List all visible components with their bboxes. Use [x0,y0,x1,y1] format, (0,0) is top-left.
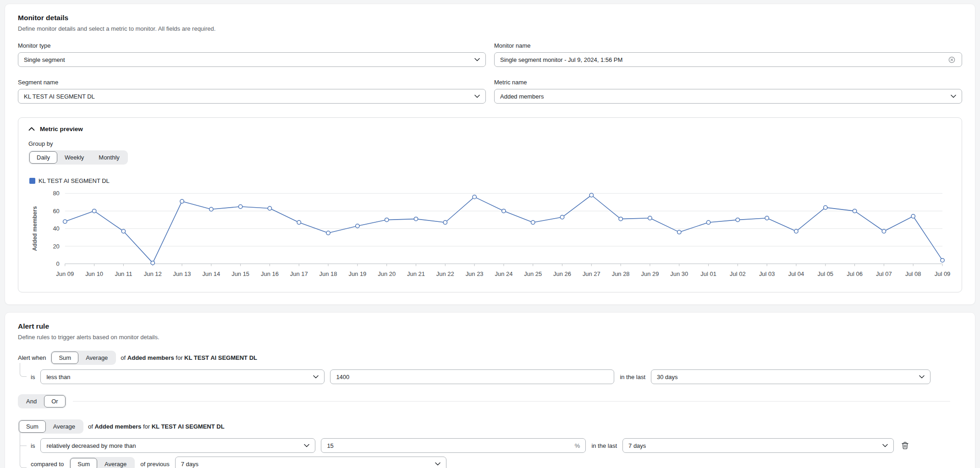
svg-text:Jul 08: Jul 08 [905,270,921,277]
chevron-down-icon [882,444,888,447]
monitor-type-select[interactable]: Single segment [18,52,486,67]
svg-text:Jun 17: Jun 17 [290,270,308,277]
svg-text:Jun 29: Jun 29 [641,270,659,277]
svg-text:Jun 26: Jun 26 [553,270,571,277]
metric-preview-title: Metric preview [40,126,83,132]
svg-text:60: 60 [53,208,59,215]
svg-text:Jul 04: Jul 04 [788,270,804,277]
svg-text:Added members: Added members [32,206,38,251]
svg-text:Jun 24: Jun 24 [495,270,512,277]
alert-rule-card: Alert rule Define rules to trigger alert… [5,312,975,468]
monitor-name-field: Monitor name Single segment monitor - Ju… [494,42,962,67]
condition-2-sum-button[interactable]: Sum [19,420,46,433]
compare-sum-button[interactable]: Sum [70,458,97,468]
monitor-details-card: Monitor details Define monitor details a… [5,4,975,305]
condition-1-operator-select[interactable]: less than [40,369,325,384]
compare-agg-toggle: Sum Average [69,457,135,468]
group-by-daily-button[interactable]: Daily [29,151,57,164]
svg-text:Jun 25: Jun 25 [524,270,542,277]
monitor-details-title: Monitor details [18,14,962,22]
condition-1-segment: KL TEST AI SEGMENT DL [184,354,257,361]
svg-text:Jul 03: Jul 03 [759,270,775,277]
clear-input-button[interactable] [947,55,956,64]
compare-average-button[interactable]: Average [97,458,134,468]
condition-2-average-button[interactable]: Average [46,420,83,433]
tree-connector [20,363,27,377]
tree-connector [20,432,27,468]
monitor-name-input[interactable]: Single segment monitor - Jul 9, 2024, 1:… [494,52,962,67]
logic-toggle: And Or [18,394,66,408]
trash-icon [901,441,909,450]
condition-1-window-select[interactable]: 30 days [651,369,930,384]
legend-swatch [29,178,35,184]
compared-to-label: compared to [31,461,64,468]
of-previous-label: of previous [140,461,170,468]
svg-text:Jul 05: Jul 05 [818,270,834,277]
metric-name-select[interactable]: Added members [494,89,962,104]
percent-suffix: % [575,442,580,449]
svg-text:Jul 07: Jul 07 [876,270,892,277]
condition-2-agg-toggle: Sum Average [18,419,83,434]
group-by-weekly-button[interactable]: Weekly [57,151,91,164]
logic-and-button[interactable]: And [19,395,44,407]
segment-name-select[interactable]: KL TEST AI SEGMENT DL [18,89,486,104]
condition-1-average-button[interactable]: Average [78,352,115,364]
condition-1-sentence: of Added members for KL TEST AI SEGMENT … [121,354,257,361]
segment-name-label: Segment name [18,79,486,86]
svg-text:Jun 20: Jun 20 [378,270,396,277]
svg-text:Jul 09: Jul 09 [935,270,951,277]
metric-name-field: Metric name Added members [494,79,962,104]
svg-text:Jun 19: Jun 19 [348,270,366,277]
metric-name-label: Metric name [494,79,962,86]
legend-label: KL TEST AI SEGMENT DL [39,177,110,184]
alert-when-label: Alert when [18,354,46,361]
condition-1-metric: Added members [127,354,174,361]
condition-2-metric: Added members [94,423,141,430]
condition-1-sum-button[interactable]: Sum [51,352,78,364]
condition-2-segment: KL TEST AI SEGMENT DL [152,423,225,430]
svg-text:Jun 30: Jun 30 [670,270,688,277]
svg-text:Jun 28: Jun 28 [612,270,630,277]
condition-2-window-select[interactable]: 7 days [622,438,894,453]
condition-2-threshold-input[interactable]: 15 % [321,438,586,453]
group-by-label: Group by [28,140,952,147]
clear-circle-x-icon [948,56,955,63]
metric-chart: 020406080Jun 09Jun 10Jun 11Jun 12Jun 13J… [28,187,952,282]
svg-text:Jun 10: Jun 10 [85,270,103,277]
compare-window-select[interactable]: 7 days [175,457,446,468]
tree-connector-stub [20,446,27,446]
delete-condition-button[interactable] [900,440,910,451]
condition-1: Alert when Sum Average of Added members … [18,351,962,384]
svg-text:Jul 01: Jul 01 [700,270,716,277]
chevron-down-icon [474,58,480,61]
logic-row: And Or [18,394,962,408]
alert-rule-subtitle: Define rules to trigger alerts based on … [18,334,962,341]
monitor-details-subtitle: Define monitor details and select a metr… [18,25,962,32]
monitor-type-label: Monitor type [18,42,486,49]
chevron-down-icon [313,375,319,379]
chevron-up-icon [28,127,35,131]
chevron-down-icon [951,94,956,98]
metric-preview-panel: Metric preview Group by Daily Weekly Mon… [18,117,962,292]
svg-text:0: 0 [56,260,60,267]
chart-container: 020406080Jun 09Jun 10Jun 11Jun 12Jun 13J… [28,187,952,282]
condition-1-threshold-input[interactable]: 1400 [330,369,614,384]
divider [73,401,950,402]
chevron-down-icon [304,444,309,447]
svg-text:Jun 09: Jun 09 [56,270,74,277]
svg-text:Jul 02: Jul 02 [730,270,746,277]
in-the-last-label: in the last [591,442,617,449]
svg-text:Jun 27: Jun 27 [583,270,600,277]
chart-legend: KL TEST AI SEGMENT DL [29,177,952,184]
svg-text:80: 80 [53,190,59,197]
monitor-name-label: Monitor name [494,42,962,49]
svg-text:Jun 23: Jun 23 [466,270,484,277]
logic-or-button[interactable]: Or [44,395,65,407]
svg-text:Jun 18: Jun 18 [319,270,337,277]
metric-preview-toggle[interactable]: Metric preview [28,126,952,132]
condition-2-operator-select[interactable]: relatively decreased by more than [40,438,315,453]
svg-text:Jun 16: Jun 16 [261,270,279,277]
group-by-monthly-button[interactable]: Monthly [91,151,127,164]
is-label: is [31,442,35,449]
chevron-down-icon [474,94,480,98]
